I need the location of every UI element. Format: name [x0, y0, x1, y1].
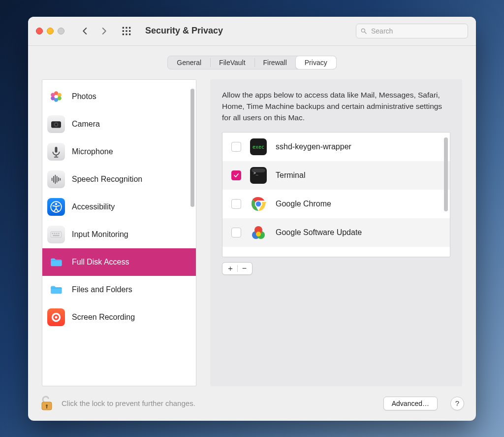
sidebar-item-label: Full Disk Access [72, 258, 129, 267]
detail-pane: Allow the apps below to access data like… [210, 79, 462, 386]
svg-point-40 [55, 316, 58, 318]
sidebar-item-label: Screen Recording [72, 313, 135, 322]
lock-button[interactable] [40, 395, 54, 412]
exec-icon: exec [250, 138, 267, 155]
sidebar-item-label: Accessibility [72, 202, 115, 211]
tab-segmented-control: General FileVault Firewall Privacy [167, 56, 336, 69]
folder-icon [47, 253, 65, 271]
svg-rect-2 [129, 27, 130, 28]
terminal-icon: >_ [250, 167, 267, 184]
content-area: Photos Camera Microphone [28, 76, 476, 386]
remove-button[interactable]: − [238, 263, 252, 274]
footer: Click the lock to prevent further change… [28, 386, 476, 421]
sidebar-item-input-monitoring[interactable]: Input Monitoring [42, 221, 196, 248]
app-label: Google Chrome [276, 200, 331, 208]
advanced-button[interactable]: Advanced… [383, 397, 438, 410]
help-button[interactable]: ? [450, 397, 464, 410]
svg-rect-34 [54, 233, 56, 234]
svg-line-10 [365, 32, 367, 34]
sidebar-item-label: Speech Recognition [72, 175, 142, 184]
svg-point-46 [256, 202, 261, 207]
sidebar-item-label: Input Monitoring [72, 230, 128, 239]
window-minimize-button[interactable] [47, 28, 54, 34]
checkmark-icon [233, 172, 239, 178]
app-table-scrollbar[interactable] [444, 137, 448, 211]
window-close-button[interactable] [36, 28, 43, 34]
privacy-category-list: Photos Camera Microphone [42, 79, 196, 386]
microphone-icon [47, 143, 65, 161]
search-field[interactable] [356, 24, 468, 38]
sidebar-item-accessibility[interactable]: Accessibility [42, 193, 196, 221]
nav-forward-button[interactable] [97, 24, 111, 38]
svg-text:>_: >_ [253, 171, 258, 175]
app-checkbox[interactable] [231, 142, 241, 152]
sidebar-item-full-disk-access[interactable]: Full Disk Access [42, 248, 196, 276]
table-row: >_ Terminal [222, 161, 450, 190]
minus-icon: − [242, 264, 247, 273]
titlebar: Security & Privacy [28, 17, 476, 46]
svg-point-20 [55, 123, 57, 125]
svg-rect-8 [129, 34, 130, 35]
sidebar-item-speech[interactable]: Speech Recognition [42, 166, 196, 193]
sidebar-item-camera[interactable]: Camera [42, 110, 196, 138]
tab-label: General [177, 59, 201, 67]
add-remove-control: ＋ − [222, 262, 252, 275]
tab-general[interactable]: General [168, 56, 210, 69]
grid-icon [122, 26, 131, 36]
svg-rect-53 [46, 406, 47, 408]
svg-rect-0 [123, 27, 124, 28]
svg-point-31 [55, 203, 57, 205]
app-label: Google Software Update [276, 228, 362, 237]
table-row: Google Software Update [222, 218, 450, 247]
sidebar-item-label: Camera [72, 120, 100, 129]
sidebar-item-files-folders[interactable]: Files and Folders [42, 276, 196, 303]
unlocked-lock-icon [40, 395, 54, 412]
chevron-right-icon [99, 27, 108, 35]
add-button[interactable]: ＋ [223, 263, 237, 274]
window-zoom-button[interactable] [58, 28, 64, 34]
tab-filevault[interactable]: FileVault [210, 56, 254, 69]
search-input[interactable] [370, 27, 464, 35]
tab-label: FileVault [219, 59, 245, 67]
nav-back-button[interactable] [78, 24, 92, 38]
sidebar-item-photos[interactable]: Photos [42, 83, 196, 110]
tab-firewall[interactable]: Firewall [254, 56, 296, 69]
target-icon [47, 308, 65, 326]
window-title: Security & Privacy [145, 26, 223, 36]
app-checkbox[interactable] [231, 228, 241, 237]
preferences-window: Security & Privacy General FileVault Fir… [28, 17, 476, 421]
table-row: Google Chrome [222, 190, 450, 218]
tabs-row: General FileVault Firewall Privacy [28, 46, 476, 76]
svg-rect-6 [123, 34, 124, 35]
tab-privacy[interactable]: Privacy [296, 56, 336, 69]
svg-rect-5 [129, 30, 130, 32]
svg-rect-4 [126, 30, 127, 32]
svg-point-16 [51, 93, 55, 97]
sidebar-item-label: Microphone [72, 147, 113, 156]
lock-text: Click the lock to prevent further change… [62, 399, 195, 407]
svg-rect-36 [58, 233, 60, 234]
svg-rect-37 [53, 235, 59, 236]
svg-rect-33 [52, 233, 54, 234]
svg-point-9 [361, 29, 365, 32]
show-all-button[interactable] [120, 24, 133, 38]
svg-point-17 [55, 95, 58, 98]
svg-rect-7 [126, 34, 127, 35]
traffic-lights [36, 28, 64, 34]
app-access-table: exec sshd-keygen-wrapper >_ Terminal [222, 132, 450, 257]
tab-label: Firewall [263, 59, 287, 67]
app-label: Terminal [276, 171, 305, 180]
advanced-label: Advanced… [392, 400, 429, 407]
app-checkbox[interactable] [231, 170, 241, 180]
sidebar-item-screen-recording[interactable]: Screen Recording [42, 303, 196, 331]
search-icon [360, 28, 367, 34]
svg-rect-21 [55, 147, 58, 153]
camera-icon [47, 115, 65, 133]
sidebar-scrollbar[interactable] [190, 89, 194, 207]
app-checkbox[interactable] [231, 199, 241, 209]
google-update-icon [250, 224, 267, 241]
description-text: Allow the apps below to access data like… [222, 89, 450, 124]
sidebar-item-label: Photos [72, 92, 96, 101]
svg-rect-3 [123, 30, 124, 32]
sidebar-item-microphone[interactable]: Microphone [42, 138, 196, 166]
